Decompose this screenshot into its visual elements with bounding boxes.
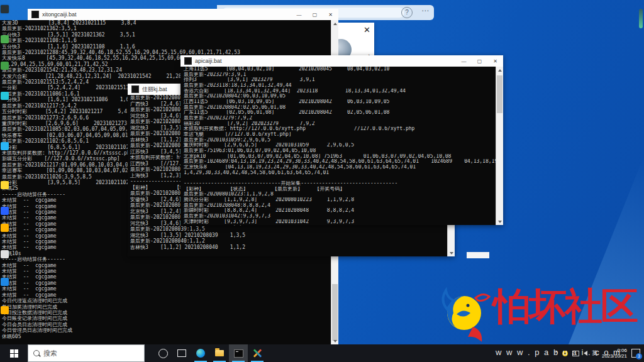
- scroll-down-icon[interactable]: [448, 250, 455, 256]
- scroll-up-icon[interactable]: [331, 20, 338, 27]
- clock[interactable]: 0:06 2023/10/21: [602, 348, 627, 359]
- console-line: 今日投注数据清理时间已完成: [0, 310, 338, 315]
- desktop-icon[interactable]: [1, 142, 9, 150]
- console-line: 湖北快3 [1,3,5] 20210208039 1,3,5: [128, 233, 455, 239]
- console-line: 最后更新-20210208042:06,03,10,09,05: [180, 94, 503, 99]
- close-button[interactable]: ✕: [323, 9, 338, 20]
- taskbar-item-taskview[interactable]: [172, 344, 191, 362]
- console-line: 最后更新-20231021108:1,1,6: [0, 38, 338, 43]
- window-title: xitongcaiji.bat: [42, 11, 77, 18]
- console-line: 最后更新-20210208039:1,3,5: [128, 226, 455, 233]
- vertical-scrollbar[interactable]: [496, 67, 503, 225]
- console-line: 未抓取到开奖数据: http://127.0.0.6/xyft.php //12…: [180, 126, 503, 132]
- desktop-icon[interactable]: [1, 62, 9, 70]
- notification-badge: 3: [636, 353, 642, 359]
- tray-app-icon[interactable]: [562, 351, 568, 356]
- console-line: 未结算 -- cgcgame: [0, 268, 338, 274]
- console-line: 最后更新-1024689:04,13,18,19,23,24,29,30,33,…: [180, 159, 503, 165]
- console-line: 最后更新-20210208042:02,05,06,01,08: [180, 105, 503, 111]
- window-title: 佳丽kj.bat: [142, 85, 167, 94]
- console-line: 未结算 -- cgcgame: [0, 286, 338, 292]
- console-line: 最后更新-2023118:18,13,34,01,32,49,44: [180, 83, 503, 89]
- console-line: 【彩种】 【状态】 【最后更新】 【开奖号码】: [180, 187, 503, 192]
- console-line: 福彩3D [7,9,2] 202023279 7,9,2: [180, 121, 503, 127]
- taskbar-item-edge[interactable]: [191, 344, 210, 362]
- search-icon: [33, 350, 40, 356]
- console-line: -----启动结算任务------: [0, 256, 338, 262]
- console-line: 最后更新-20201031042:9,3,9,7,3: [180, 214, 503, 219]
- titlebar[interactable]: xitongcaiji.bat — ▢ ✕: [28, 9, 338, 20]
- console-line: 最后更新-202023279:7,9,2: [180, 116, 503, 121]
- console-line: [180, 175, 503, 181]
- desktop-widget-pill: [639, 9, 643, 28]
- close-button[interactable]: ✕: [487, 55, 503, 67]
- start-button[interactable]: [0, 344, 28, 362]
- console-line: 五分快3 [1,1,6] 20231021108 1,1,6: [0, 44, 338, 50]
- clock-date: 2023/10/21: [602, 353, 627, 359]
- console-line: 新疆时时彩 [8,8,8,2,4] 20210208048 8,8,8,2,4: [180, 208, 503, 214]
- console-icon: [31, 11, 39, 18]
- minimize-button[interactable]: —: [291, 9, 307, 20]
- desktop-icon[interactable]: [1, 250, 9, 258]
- console-line: 广东11选5 [02,05,06,01,08] 20210208042 02,0…: [180, 110, 503, 116]
- wallpaper-light-beam: [569, 156, 644, 344]
- scrollbar-thumb[interactable]: [332, 284, 338, 341]
- folder-icon: [215, 350, 224, 356]
- console-line: 最后更新-2023279:3,9,1: [180, 72, 503, 78]
- desktop-icon[interactable]: [1, 278, 9, 286]
- desktop-icon[interactable]: [1, 92, 9, 100]
- titlebar[interactable]: apicaiji.bat — ▢ ✕: [180, 55, 503, 67]
- console-line: 最后更新-20201031059:2,9,6,0,5: [180, 138, 503, 143]
- console-line: 江西11选5 [06,03,10,09,05] 20210208042 06,0…: [180, 99, 503, 105]
- tray-expand-icon[interactable]: ^: [555, 350, 558, 356]
- console-icon: [184, 57, 192, 65]
- desktop-icon[interactable]: [1, 224, 9, 232]
- console-line: 每日加奖清理时间已完成: [0, 304, 338, 310]
- desktop-icon[interactable]: [1, 5, 9, 13]
- maximize-button[interactable]: ▢: [472, 55, 487, 67]
- notification-center-icon[interactable]: 3: [631, 349, 640, 358]
- console-line: 今日代理返点清理时间已完成: [0, 298, 338, 304]
- console-line: 腾讯分分彩 [1,1,9,2,8] 202008010223 1,1,9,2,8: [180, 197, 503, 203]
- close-icon[interactable]: ✕: [364, 25, 370, 35]
- console-line: 未结算 -- cgcgame: [0, 274, 338, 280]
- ime-indicator[interactable]: 英: [592, 349, 597, 358]
- search-placeholder: 搜索: [43, 349, 57, 358]
- scroll-down-icon[interactable]: [331, 337, 338, 344]
- taskbar-item-cortana[interactable]: [153, 344, 172, 362]
- desktop-icon[interactable]: [1, 181, 9, 189]
- taskbar-item-explorer[interactable]: [210, 344, 229, 362]
- console-line: 大发3D [3,8,4] 20231021115 3,8,4: [0, 20, 338, 26]
- console-line: 今日账变记录清理时间已完成: [0, 315, 338, 321]
- windows-logo-icon: [10, 349, 18, 358]
- maximize-button[interactable]: ▢: [307, 9, 323, 20]
- taskbar: 搜索 ^ 英 0:06 2023/10/21 3: [0, 344, 644, 362]
- help-icon[interactable]: ?: [401, 7, 413, 18]
- desktop-icon[interactable]: [1, 207, 9, 215]
- scroll-down-icon[interactable]: [496, 218, 503, 225]
- console-line: 未结算 -- cgcgame: [0, 280, 338, 286]
- console-line: 三分快3 [3,5,1] 20231021362 3,5,1: [0, 32, 338, 38]
- search-input[interactable]: 搜索: [28, 344, 145, 362]
- taskbar-item-console[interactable]: [229, 344, 248, 362]
- minimize-button[interactable]: —: [456, 55, 472, 67]
- volume-icon[interactable]: [584, 351, 587, 356]
- console-line: 北京pk10 [01,06,03,07,09,02,04,05,10,08] 7…: [180, 154, 503, 160]
- console-line: 天津时时彩 [9,3,9,7,3] 20201031042 9,3,9,7,3: [180, 219, 503, 225]
- window-apicaiji[interactable]: apicaiji.bat — ▢ ✕ 上海11选5 [08,04,03,02,1…: [180, 55, 503, 225]
- taskbar-item-app[interactable]: [248, 344, 267, 362]
- console-line: 1,4,29,30,33,40,42,48,54,58,60,61,63,64,…: [180, 170, 503, 176]
- desktop-icon[interactable]: [1, 35, 9, 43]
- desktop-icon[interactable]: [1, 306, 9, 314]
- scroll-up-icon[interactable]: [496, 67, 503, 74]
- console-line: 上海11选5 [08,04,03,02,10] 20210208045 08,0…: [180, 67, 503, 72]
- network-icon[interactable]: [572, 351, 579, 356]
- console-line: 今日会员日志清理时间已完成: [0, 322, 338, 327]
- more-options-icon[interactable]: ⋯: [421, 6, 429, 15]
- cortana-icon: [158, 349, 168, 358]
- task-view-icon: [177, 349, 186, 357]
- console-line: 休眠60S: [0, 334, 338, 339]
- scrollbar-thumb[interactable]: [497, 75, 502, 113]
- edge-icon: [196, 349, 205, 358]
- console-line: 最后更新-20231021362:3,5,1: [0, 26, 338, 31]
